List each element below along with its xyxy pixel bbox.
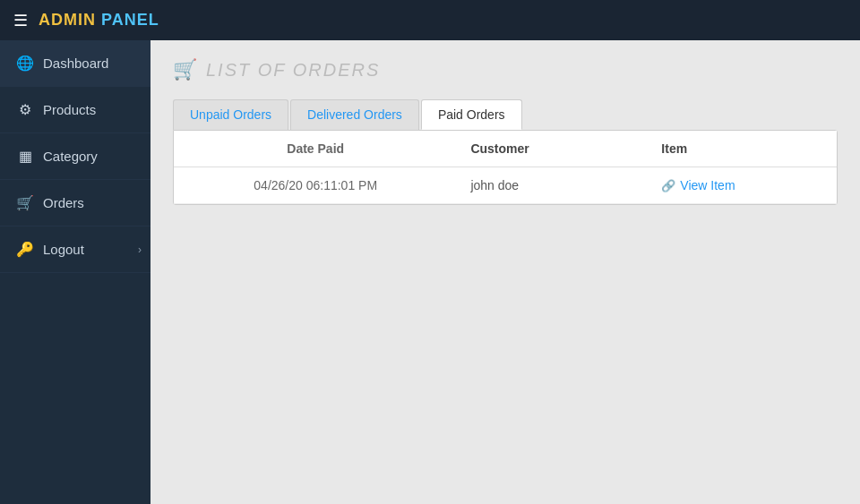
- cell-item: 🔗 View Item: [648, 167, 837, 204]
- sidebar-item-logout[interactable]: 🔑 Logout ›: [0, 226, 150, 273]
- tab-delivered-orders[interactable]: Delivered Orders: [290, 99, 419, 130]
- sidebar-item-dashboard[interactable]: 🌐 Dashboard: [0, 40, 150, 87]
- page-header: 🛒 LIST OF ORDERS: [173, 58, 838, 81]
- cell-customer: john doe: [457, 167, 648, 204]
- view-item-label: View Item: [680, 178, 735, 192]
- sidebar-item-orders[interactable]: 🛒 Orders: [0, 180, 150, 226]
- products-icon: ⚙: [16, 101, 34, 118]
- orders-icon: 🛒: [16, 194, 34, 211]
- cell-date-paid: 04/26/20 06:11:01 PM: [174, 167, 457, 204]
- title-panel: PANEL: [101, 11, 159, 29]
- page-title: LIST OF ORDERS: [206, 60, 380, 81]
- sidebar: 🌐 Dashboard ⚙ Products ▦ Category 🛒 Orde…: [0, 40, 150, 504]
- tab-unpaid-orders[interactable]: Unpaid Orders: [173, 99, 288, 130]
- table-header-row: Date Paid Customer Item: [174, 131, 837, 167]
- main-content: 🛒 LIST OF ORDERS Unpaid Orders Delivered…: [150, 40, 860, 504]
- external-link-icon: 🔗: [661, 179, 675, 192]
- orders-table-container: Date Paid Customer Item 04/26/20 06:11:0…: [173, 130, 838, 205]
- menu-icon[interactable]: ☰: [13, 11, 28, 30]
- sidebar-label-products: Products: [43, 102, 96, 117]
- sidebar-label-orders: Orders: [43, 195, 84, 210]
- chevron-right-icon: ›: [138, 243, 142, 256]
- logout-icon: 🔑: [16, 241, 34, 258]
- tab-paid-orders[interactable]: Paid Orders: [421, 99, 522, 130]
- sidebar-label-category: Category: [43, 149, 98, 164]
- sidebar-label-dashboard: Dashboard: [43, 56, 108, 71]
- col-header-date-paid: Date Paid: [174, 131, 457, 167]
- sidebar-item-category[interactable]: ▦ Category: [0, 133, 150, 180]
- app-title: ADMIN PANEL: [39, 11, 159, 30]
- col-header-customer: Customer: [457, 131, 648, 167]
- category-icon: ▦: [16, 148, 34, 165]
- app-header: ☰ ADMIN PANEL: [0, 0, 860, 40]
- cart-icon: 🛒: [173, 58, 197, 81]
- sidebar-item-products[interactable]: ⚙ Products: [0, 87, 150, 133]
- dashboard-icon: 🌐: [16, 55, 34, 72]
- tabs-container: Unpaid Orders Delivered Orders Paid Orde…: [173, 99, 838, 130]
- view-item-link[interactable]: 🔗 View Item: [661, 178, 823, 192]
- orders-table: Date Paid Customer Item 04/26/20 06:11:0…: [174, 131, 837, 204]
- main-layout: 🌐 Dashboard ⚙ Products ▦ Category 🛒 Orde…: [0, 40, 860, 504]
- col-header-item: Item: [648, 131, 837, 167]
- table-row: 04/26/20 06:11:01 PM john doe 🔗 View Ite…: [174, 167, 837, 204]
- title-admin: ADMIN: [39, 11, 96, 29]
- sidebar-label-logout: Logout: [43, 242, 84, 257]
